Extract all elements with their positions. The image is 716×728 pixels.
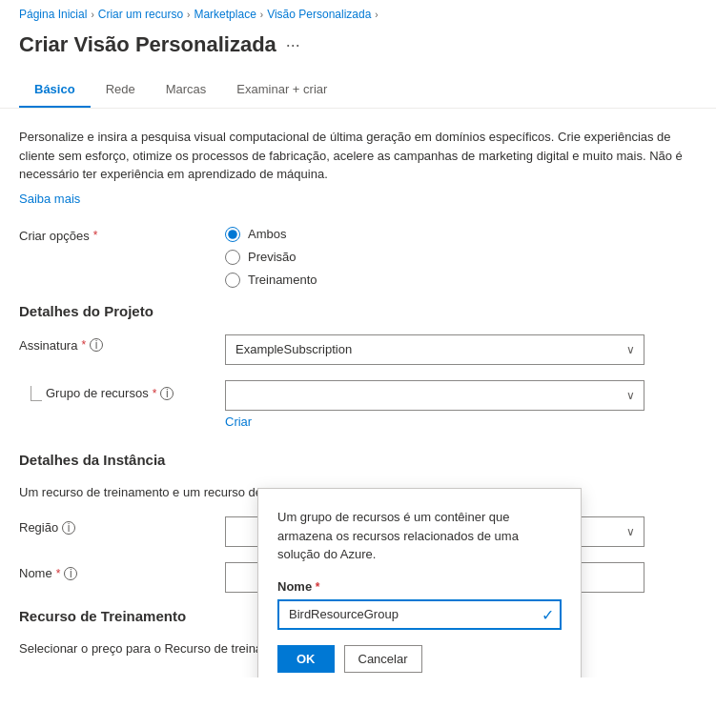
radio-previsao-input[interactable] <box>225 250 240 265</box>
breadcrumb-chevron-4: › <box>375 10 378 20</box>
tab-rede[interactable]: Rede <box>91 72 151 108</box>
breadcrumb-marketplace[interactable]: Marketplace <box>194 8 256 21</box>
popup-name-label: Nome * <box>277 579 562 594</box>
grupo-recursos-select-wrapper <box>225 380 644 411</box>
breadcrumb: Página Inicial › Criar um recurso › Mark… <box>0 0 716 29</box>
required-star-opcoes: * <box>93 229 98 242</box>
regiao-info-icon[interactable]: i <box>62 521 75 535</box>
criar-opcoes-control: Ambos Previsão Treinamento <box>225 225 644 288</box>
project-details-section: Detalhes do Projeto Assinatura * i Examp… <box>19 303 697 429</box>
breadcrumb-criar-recurso[interactable]: Criar um recurso <box>98 8 183 21</box>
assinatura-select[interactable]: ExampleSubscription <box>225 334 644 365</box>
instance-details-title: Detalhes da Instância <box>19 452 697 468</box>
grupo-recursos-control <box>225 380 644 411</box>
grupo-recursos-label: Grupo de recursos * i <box>19 380 210 401</box>
page-title: Criar Visão Personalizada <box>19 32 276 57</box>
required-star-popup: * <box>316 580 320 594</box>
radio-group-opcoes: Ambos Previsão Treinamento <box>225 225 644 288</box>
radio-previsao[interactable]: Previsão <box>225 250 644 265</box>
breadcrumb-home[interactable]: Página Inicial <box>19 8 87 21</box>
page-header: Criar Visão Personalizada ··· <box>0 29 716 72</box>
radio-treinamento-input[interactable] <box>225 273 240 288</box>
grupo-recursos-row: Grupo de recursos * i <box>19 380 697 411</box>
radio-treinamento[interactable]: Treinamento <box>225 273 644 288</box>
criar-opcoes-field: Criar opções * Ambos Previsão Treinament… <box>19 225 697 288</box>
breadcrumb-chevron-1: › <box>91 10 93 20</box>
rg-indent: Grupo de recursos * i <box>46 386 174 400</box>
resource-group-popup: Um grupo de recursos é um contêiner que … <box>257 488 582 677</box>
page-description: Personalize e insira a pesquisa visual c… <box>19 128 686 184</box>
radio-previsao-label: Previsão <box>248 250 297 264</box>
popup-name-input[interactable] <box>277 599 562 630</box>
popup-buttons: OK Cancelar <box>277 645 562 673</box>
tab-marcas[interactable]: Marcas <box>151 72 222 108</box>
assinatura-control: ExampleSubscription <box>225 334 644 365</box>
assinatura-select-wrapper: ExampleSubscription <box>225 334 644 365</box>
grupo-recursos-select[interactable] <box>225 380 644 411</box>
required-star-assinatura: * <box>81 338 86 352</box>
popup-description: Um grupo de recursos é um contêiner que … <box>277 508 562 564</box>
breadcrumb-chevron-3: › <box>260 10 263 20</box>
popup-input-wrapper: ✓ <box>277 599 562 630</box>
required-star-rg: * <box>153 387 157 400</box>
required-star-nome: * <box>56 567 61 580</box>
learn-more-link[interactable]: Saiba mais <box>19 192 80 206</box>
radio-ambos[interactable]: Ambos <box>225 227 644 242</box>
radio-ambos-input[interactable] <box>225 227 240 242</box>
breadcrumb-visao-personalizada[interactable]: Visão Personalizada <box>267 8 371 21</box>
assinatura-field: Assinatura * i ExampleSubscription <box>19 334 697 365</box>
assinatura-info-icon[interactable]: i <box>90 338 103 352</box>
breadcrumb-chevron-2: › <box>187 10 190 20</box>
tab-examinar-criar[interactable]: Examinar + criar <box>221 72 342 108</box>
popup-ok-button[interactable]: OK <box>277 645 335 673</box>
regiao-label: Região i <box>19 516 210 535</box>
popup-cancel-button[interactable]: Cancelar <box>344 645 422 673</box>
criar-opcoes-label: Criar opções * <box>19 225 210 243</box>
radio-ambos-label: Ambos <box>248 227 286 241</box>
nome-label: Nome * i <box>19 562 210 580</box>
tabs-bar: Básico Rede Marcas Examinar + criar <box>0 72 716 109</box>
project-details-title: Detalhes do Projeto <box>19 303 697 319</box>
assinatura-label: Assinatura * i <box>19 334 210 353</box>
radio-treinamento-label: Treinamento <box>248 273 317 287</box>
tab-basico[interactable]: Básico <box>19 72 91 108</box>
popup-check-icon: ✓ <box>542 605 554 623</box>
rg-info-icon[interactable]: i <box>160 387 174 400</box>
main-content: Personalize e insira a pesquisa visual c… <box>0 109 716 677</box>
create-resource-group-link[interactable]: Criar <box>225 415 697 429</box>
rg-corner-indent <box>31 386 42 401</box>
nome-info-icon[interactable]: i <box>64 567 77 580</box>
ellipsis-menu-icon[interactable]: ··· <box>286 35 300 55</box>
